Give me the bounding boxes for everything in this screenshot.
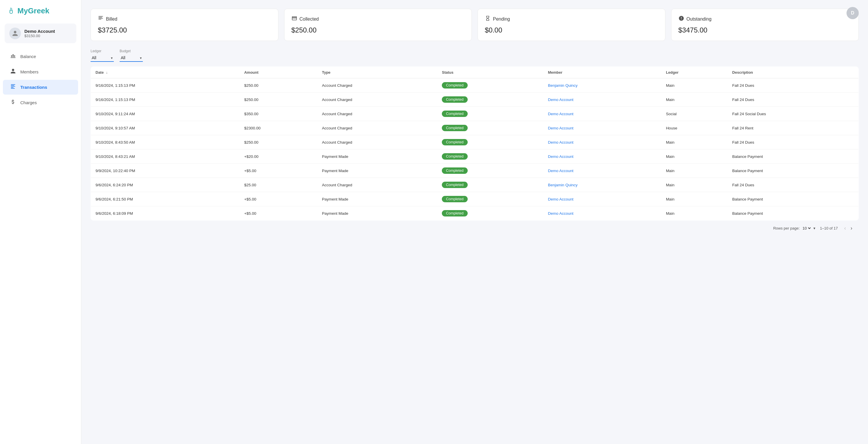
ledger-select[interactable]: All Main Social House [91,54,114,62]
sidebar-item-charges[interactable]: Charges [3,95,78,110]
cell-member[interactable]: Demo Account [543,150,661,164]
col-member: Member [543,67,661,78]
cell-member[interactable]: Demo Account [543,107,661,121]
sidebar-item-members-label: Members [20,69,39,74]
table-row: 9/10/2024, 9:11:24 AM $350.00 Account Ch… [91,107,859,121]
cell-type: Account Charged [317,121,437,135]
cell-ledger: Main [661,192,727,206]
status-badge: Completed [442,96,467,103]
cell-member[interactable]: Demo Account [543,164,661,178]
cell-description: Fall 24 Rent [727,121,859,135]
charges-icon [10,99,16,106]
member-link[interactable]: Benjamin Quincy [548,83,578,88]
cell-description: Balance Payment [727,206,859,221]
table-row: 9/16/2024, 1:15:13 PM $250.00 Account Ch… [91,93,859,107]
svg-rect-5 [99,16,103,17]
sidebar-item-charges-label: Charges [20,100,37,105]
cell-status: Completed [437,206,543,221]
sidebar-item-transactions-label: Transactions [20,85,47,90]
svg-rect-8 [99,19,101,20]
cell-description: Fall 24 Social Dues [727,107,859,121]
billed-label: Billed [106,17,117,22]
pending-icon [485,15,491,23]
cell-description: Fall 24 Dues [727,178,859,192]
outstanding-card: Outstanding $3475.00 [671,9,859,41]
member-link[interactable]: Demo Account [548,211,574,216]
col-amount: Amount [240,67,317,78]
budget-filter-group: Budget All ▾ [120,49,143,62]
cell-amount: $2300.00 [240,121,317,135]
col-date[interactable]: Date ↓ [91,67,240,78]
cell-status: Completed [437,121,543,135]
cell-member[interactable]: Demo Account [543,206,661,221]
cell-member[interactable]: Benjamin Quincy [543,78,661,93]
cell-date: 9/6/2024, 6:21:50 PM [91,192,240,206]
budget-filter-label: Budget [120,49,143,53]
cell-type: Account Charged [317,107,437,121]
cell-member[interactable]: Benjamin Quincy [543,178,661,192]
next-page-button[interactable]: › [849,225,854,232]
status-badge: Completed [442,182,467,188]
cell-status: Completed [437,150,543,164]
cell-member[interactable]: Demo Account [543,93,661,107]
account-avatar [9,28,21,39]
cell-amount: $250.00 [240,78,317,93]
cell-description: Balance Payment [727,164,859,178]
member-link[interactable]: Demo Account [548,168,574,173]
rows-per-page-select[interactable]: 10 25 50 [802,226,812,231]
cell-description: Fall 24 Dues [727,93,859,107]
status-badge: Completed [442,196,467,202]
status-badge: Completed [442,167,467,174]
cell-type: Payment Made [317,164,437,178]
table-row: 9/9/2024, 10:22:40 PM +$5.00 Payment Mad… [91,164,859,178]
sidebar-item-balance-label: Balance [20,54,36,59]
sidebar-item-members[interactable]: Members [3,64,78,79]
cell-description: Balance Payment [727,192,859,206]
cell-status: Completed [437,135,543,150]
sidebar: 🕯 MyGreek Demo Account $3150.00 Balance … [0,0,81,444]
sidebar-item-transactions[interactable]: Transactions [3,80,78,95]
summary-cards: Billed $3725.00 Collected $250.00 Pendin… [91,9,859,41]
logo-area: 🕯 MyGreek [0,0,81,21]
top-right-avatar[interactable]: D [846,7,859,19]
pagination-rows: Rows per page: 10 25 50 ▾ [773,226,815,231]
member-link[interactable]: Demo Account [548,140,574,145]
sidebar-item-balance[interactable]: Balance [3,49,78,64]
status-badge: Completed [442,110,467,117]
cell-description: Fall 24 Dues [727,78,859,93]
prev-page-button[interactable]: ‹ [842,225,848,232]
cell-ledger: Main [661,78,727,93]
member-link[interactable]: Demo Account [548,154,574,159]
account-card[interactable]: Demo Account $3150.00 [5,24,76,43]
cell-ledger: House [661,121,727,135]
ledger-filter-label: Ledger [91,49,114,53]
table-body: 9/16/2024, 1:15:13 PM $250.00 Account Ch… [91,78,859,221]
cell-date: 9/6/2024, 6:18:09 PM [91,206,240,221]
member-link[interactable]: Benjamin Quincy [548,183,578,187]
member-link[interactable]: Demo Account [548,197,574,201]
cell-description: Balance Payment [727,150,859,164]
budget-select[interactable]: All [120,54,143,62]
cell-date: 9/10/2024, 9:11:24 AM [91,107,240,121]
cell-type: Payment Made [317,206,437,221]
table-header-row: Date ↓ Amount Type Status Member Ledger … [91,67,859,78]
member-link[interactable]: Demo Account [548,112,574,116]
cell-member[interactable]: Demo Account [543,135,661,150]
cell-status: Completed [437,107,543,121]
col-description: Description [727,67,859,78]
cell-type: Account Charged [317,135,437,150]
cell-type: Payment Made [317,192,437,206]
cell-member[interactable]: Demo Account [543,192,661,206]
pending-label: Pending [493,17,510,22]
cell-status: Completed [437,164,543,178]
cell-ledger: Main [661,150,727,164]
outstanding-label: Outstanding [687,17,712,22]
sort-icon: ↓ [106,70,108,74]
cell-amount: $250.00 [240,135,317,150]
cell-member[interactable]: Demo Account [543,121,661,135]
cell-ledger: Main [661,178,727,192]
logo-icon: 🕯 [7,7,15,15]
member-link[interactable]: Demo Account [548,126,574,130]
member-link[interactable]: Demo Account [548,97,574,102]
logo-text: MyGreek [18,6,49,15]
